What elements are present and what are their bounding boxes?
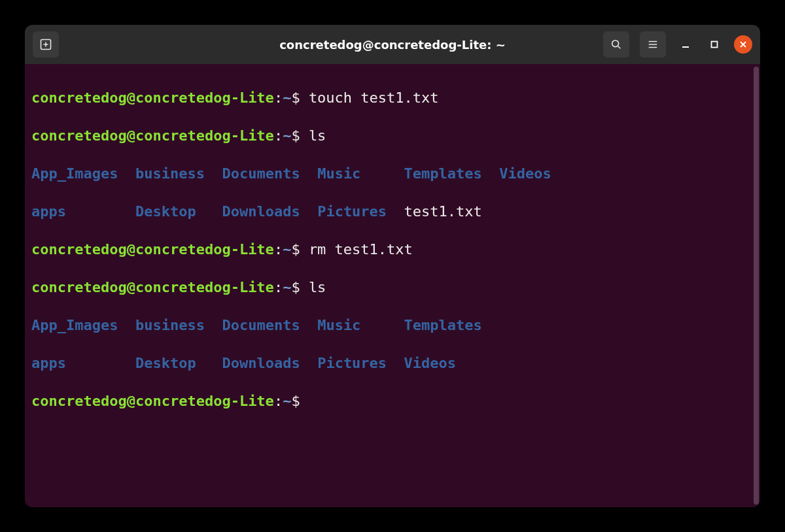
prompt-dollar: $ bbox=[291, 127, 300, 144]
close-button[interactable] bbox=[734, 35, 752, 54]
prompt-colon: : bbox=[274, 90, 283, 106]
command-text: touch test1.txt bbox=[309, 90, 439, 106]
prompt-dollar: $ bbox=[291, 393, 300, 409]
prompt-line: concretedog@concretedog-Lite:~$ ls bbox=[31, 126, 754, 145]
ls-entry: Documents bbox=[222, 165, 300, 182]
ls-entry: apps bbox=[31, 203, 66, 220]
terminal-output[interactable]: concretedog@concretedog-Lite:~$ touch te… bbox=[25, 64, 760, 507]
ls-entry: business bbox=[135, 165, 205, 182]
ls-row: App_Images business Documents Music Temp… bbox=[31, 316, 754, 335]
ls-row: apps Desktop Downloads Pictures test1.tx… bbox=[31, 202, 754, 221]
command-text: ls bbox=[309, 279, 326, 295]
prompt-path: ~ bbox=[283, 393, 291, 409]
ls-entry: Music bbox=[317, 317, 360, 333]
prompt-userhost: concretedog@concretedog-Lite bbox=[31, 279, 274, 295]
ls-entry: Videos bbox=[499, 165, 551, 182]
prompt-path: ~ bbox=[283, 127, 291, 144]
prompt-dollar: $ bbox=[291, 241, 300, 258]
prompt-dollar: $ bbox=[291, 90, 300, 106]
ls-entry: Templates bbox=[404, 165, 482, 182]
prompt-line: concretedog@concretedog-Lite:~$ rm test1… bbox=[31, 240, 754, 259]
scroll-thumb[interactable] bbox=[754, 67, 759, 505]
command-text: rm test1.txt bbox=[309, 241, 413, 258]
ls-entry: business bbox=[135, 317, 205, 333]
ls-entry: Documents bbox=[222, 317, 300, 333]
ls-entry: App_Images bbox=[31, 317, 118, 333]
maximize-button[interactable] bbox=[705, 35, 724, 54]
prompt-userhost: concretedog@concretedog-Lite bbox=[31, 393, 274, 409]
ls-entry: Downloads bbox=[222, 203, 300, 220]
titlebar: concretedog@concretedog-Lite: ~ bbox=[25, 25, 760, 64]
prompt-line: concretedog@concretedog-Lite:~$ ls bbox=[31, 278, 754, 297]
prompt-colon: : bbox=[274, 127, 283, 144]
ls-entry: Templates bbox=[404, 317, 482, 333]
scrollbar[interactable] bbox=[754, 67, 759, 505]
ls-entry: Desktop bbox=[135, 355, 196, 371]
prompt-path: ~ bbox=[283, 241, 291, 258]
search-button[interactable] bbox=[603, 31, 629, 58]
prompt-colon: : bbox=[274, 279, 283, 295]
ls-entry: Desktop bbox=[135, 203, 196, 220]
ls-row: App_Images business Documents Music Temp… bbox=[31, 164, 754, 183]
terminal-window: concretedog@concretedog-Lite: ~ bbox=[25, 25, 760, 507]
ls-entry: App_Images bbox=[31, 165, 118, 182]
command-text: ls bbox=[309, 127, 326, 144]
minimize-button[interactable] bbox=[676, 35, 695, 54]
prompt-path: ~ bbox=[283, 90, 291, 106]
prompt-dollar: $ bbox=[291, 279, 300, 295]
svg-point-3 bbox=[612, 41, 619, 47]
svg-line-4 bbox=[618, 46, 621, 49]
prompt-userhost: concretedog@concretedog-Lite bbox=[31, 127, 274, 144]
prompt-path: ~ bbox=[283, 279, 291, 295]
ls-entry: test1.txt bbox=[404, 203, 482, 220]
hamburger-menu-button[interactable] bbox=[640, 31, 666, 58]
prompt-userhost: concretedog@concretedog-Lite bbox=[31, 90, 274, 106]
ls-entry: Videos bbox=[404, 355, 456, 371]
ls-entry: Pictures bbox=[317, 203, 387, 220]
ls-entry: Music bbox=[317, 165, 360, 182]
ls-entry: apps bbox=[31, 355, 66, 371]
ls-entry: Pictures bbox=[317, 355, 387, 371]
prompt-line: concretedog@concretedog-Lite:~$ touch te… bbox=[31, 88, 754, 107]
ls-row: apps Desktop Downloads Pictures Videos bbox=[31, 354, 754, 373]
prompt-userhost: concretedog@concretedog-Lite bbox=[31, 241, 274, 258]
new-tab-button[interactable] bbox=[33, 31, 59, 58]
prompt-colon: : bbox=[274, 393, 283, 409]
prompt-colon: : bbox=[274, 241, 283, 258]
svg-rect-9 bbox=[712, 42, 718, 48]
prompt-line: concretedog@concretedog-Lite:~$ bbox=[31, 391, 754, 410]
ls-entry: Downloads bbox=[222, 355, 300, 371]
